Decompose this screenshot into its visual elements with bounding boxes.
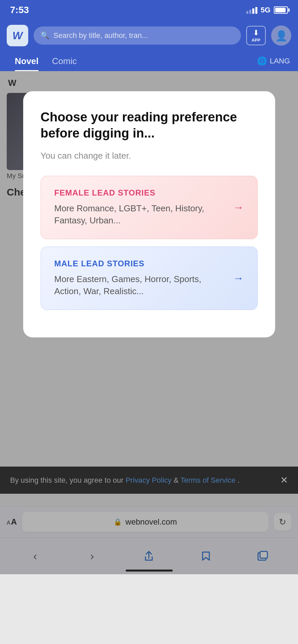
- battery-icon: [274, 6, 288, 14]
- modal-subtitle: You can change it later.: [41, 151, 258, 161]
- download-app-button[interactable]: ⬇ APP: [246, 26, 266, 45]
- modal-title: Choose your reading preference before di…: [41, 109, 258, 141]
- tab-novel[interactable]: Novel: [8, 51, 45, 71]
- male-lead-arrow: →: [233, 272, 244, 284]
- female-lead-arrow: →: [233, 201, 244, 214]
- preference-modal: Choose your reading preference before di…: [23, 91, 275, 337]
- male-lead-card[interactable]: MALE LEAD STORIES More Eastern, Games, H…: [41, 247, 258, 310]
- search-input[interactable]: Search by title, author, tran...: [53, 31, 148, 40]
- avatar-icon: 👤: [275, 30, 288, 42]
- app-header: W 🔍 Search by title, author, tran... ⬇ A…: [0, 20, 298, 51]
- status-icons: 5G: [246, 6, 288, 14]
- modal-overlay: Choose your reading preference before di…: [0, 71, 298, 574]
- female-lead-desc: More Romance, LGBT+, Teen, History, Fant…: [54, 202, 206, 227]
- nav-tabs: Novel Comic 🌐 LANG: [0, 51, 298, 71]
- search-icon: 🔍: [40, 31, 49, 40]
- signal-icon: [246, 6, 257, 14]
- male-lead-label: MALE LEAD STORIES: [54, 259, 244, 268]
- female-lead-label: FEMALE LEAD STORIES: [54, 188, 244, 198]
- app-logo[interactable]: W: [7, 25, 28, 46]
- globe-icon: 🌐: [257, 56, 267, 66]
- search-bar[interactable]: 🔍 Search by title, author, tran...: [34, 26, 241, 45]
- app-button-label: APP: [252, 38, 260, 43]
- tab-comic[interactable]: Comic: [45, 51, 84, 71]
- lang-button[interactable]: 🌐 LANG: [257, 56, 290, 66]
- network-type: 5G: [261, 6, 270, 14]
- status-bar: 7:53 5G: [0, 0, 298, 20]
- status-time: 7:53: [10, 5, 29, 15]
- user-avatar[interactable]: 👤: [271, 25, 291, 46]
- female-lead-card[interactable]: FEMALE LEAD STORIES More Romance, LGBT+,…: [41, 176, 258, 239]
- male-lead-desc: More Eastern, Games, Horror, Sports, Act…: [54, 273, 206, 298]
- download-icon: ⬇: [253, 29, 259, 37]
